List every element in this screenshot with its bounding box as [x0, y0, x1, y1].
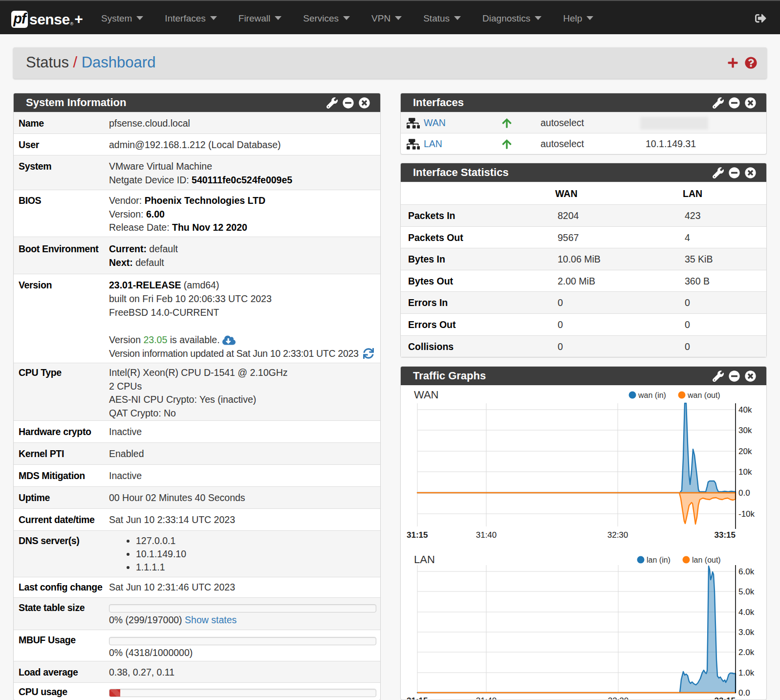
svg-text:0.0: 0.0 — [738, 488, 750, 498]
svg-text:4.0k: 4.0k — [738, 608, 755, 617]
svg-text:-10k: -10k — [738, 509, 755, 519]
svg-text:20k: 20k — [738, 447, 752, 456]
svg-text:33:15: 33:15 — [715, 530, 736, 540]
svg-text:31:40: 31:40 — [476, 530, 497, 540]
svg-text:32:30: 32:30 — [607, 530, 628, 540]
svg-text:LAN: LAN — [414, 553, 435, 566]
svg-text:lan (out): lan (out) — [692, 556, 721, 564]
svg-text:0.0: 0.0 — [738, 688, 750, 698]
svg-text:10k: 10k — [738, 467, 752, 477]
svg-text:1.0k: 1.0k — [738, 668, 755, 678]
svg-text:31:15: 31:15 — [407, 696, 428, 700]
svg-text:32:30: 32:30 — [608, 696, 629, 700]
svg-text:wan (out): wan (out) — [687, 391, 720, 399]
svg-text:40k: 40k — [738, 405, 752, 415]
svg-text:30k: 30k — [738, 426, 752, 435]
svg-text:WAN: WAN — [414, 389, 439, 401]
svg-text:5.0k: 5.0k — [738, 587, 755, 596]
svg-text:wan (in): wan (in) — [638, 391, 666, 399]
svg-text:2.0k: 2.0k — [738, 648, 755, 657]
svg-text:6.0k: 6.0k — [738, 567, 755, 576]
svg-text:31:40: 31:40 — [476, 696, 497, 700]
svg-text:31:15: 31:15 — [407, 530, 428, 540]
svg-text:33:15: 33:15 — [715, 696, 736, 700]
svg-text:3.0k: 3.0k — [738, 628, 755, 637]
svg-text:lan (in): lan (in) — [647, 556, 671, 564]
